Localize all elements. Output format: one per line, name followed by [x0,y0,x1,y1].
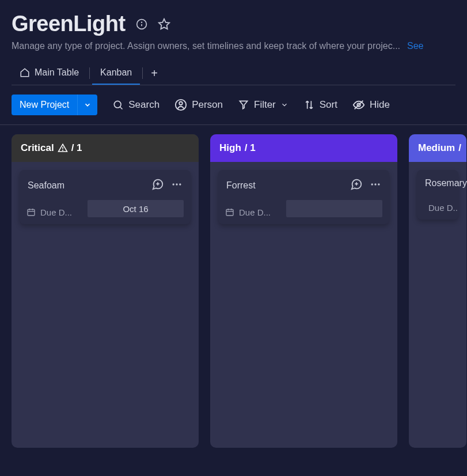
card-menu-icon[interactable] [370,179,381,192]
tab-main-table[interactable]: Main Table [12,62,87,85]
svg-point-4 [115,101,122,108]
see-more-link[interactable]: See [407,41,423,51]
column-count: / 1 [245,142,256,154]
column-count: / [458,142,461,154]
add-update-icon[interactable] [151,178,164,193]
kanban-board: Critical / 1 Seafoam [0,125,467,465]
kanban-card[interactable]: Rosemary Due D... [417,170,458,220]
due-date-value[interactable]: Oct 16 [88,200,184,217]
sort-tool[interactable]: Sort [303,99,337,111]
svg-point-7 [179,102,183,105]
card-title: Forrest [226,180,256,191]
svg-point-24 [374,183,376,185]
calendar-icon [225,207,234,217]
kanban-column-critical: Critical / 1 Seafoam [12,134,199,448]
board-subtitle: Manage any type of project. Assign owner… [12,41,400,51]
svg-point-16 [179,183,181,185]
new-item-button[interactable]: New Project [12,95,77,115]
card-title: Rosemary [425,178,467,188]
svg-point-2 [141,22,142,22]
tab-label: Kanban [100,67,132,78]
filter-tool[interactable]: Filter [238,99,288,111]
tab-kanban[interactable]: Kanban [92,62,140,85]
kanban-card[interactable]: Forrest Due D... [218,170,389,224]
toolbar: New Project Search Person Filter Sort Hi… [0,85,467,125]
svg-point-25 [378,183,379,185]
add-view-button[interactable]: + [145,64,164,82]
star-icon[interactable] [158,18,170,31]
hide-label: Hide [370,99,390,111]
svg-point-15 [176,183,177,185]
svg-point-11 [62,150,63,150]
due-date-value[interactable] [286,200,382,217]
svg-marker-3 [159,18,169,28]
svg-point-14 [173,183,174,185]
hide-tool[interactable]: Hide [352,99,390,111]
add-update-icon[interactable] [350,178,363,193]
search-tool[interactable]: Search [112,99,160,111]
column-header[interactable]: High / 1 [210,134,397,162]
search-label: Search [128,99,160,111]
new-item-split-button: New Project [12,95,97,115]
filter-icon [238,99,249,111]
person-icon [174,99,187,111]
view-tabs: Main Table Kanban + [12,62,455,85]
svg-rect-17 [28,209,35,216]
column-header[interactable]: Medium / [409,134,466,162]
tab-divider [89,67,90,79]
due-date-label: Due D... [218,200,286,224]
due-date-label: Due D... [417,195,458,220]
board-title: GreenLight [12,12,126,36]
search-icon [112,99,124,111]
svg-rect-26 [226,209,233,216]
column-header[interactable]: Critical / 1 [12,134,199,162]
new-item-dropdown[interactable] [77,95,97,115]
column-name: Medium [418,142,455,154]
card-menu-icon[interactable] [171,179,183,192]
due-date-label: Due D... [20,200,88,224]
kanban-column-high: High / 1 Forrest [210,134,397,448]
column-name: High [219,142,241,154]
hide-icon [352,99,365,111]
person-tool[interactable]: Person [174,99,223,111]
info-icon[interactable] [136,18,147,30]
kanban-card[interactable]: Seafoam Due D... Oct [20,170,191,224]
warning-icon [58,143,68,153]
column-count: / 1 [71,142,82,154]
chevron-down-icon [280,101,288,109]
calendar-icon [26,207,36,217]
filter-label: Filter [254,99,276,111]
person-label: Person [192,99,223,111]
column-name: Critical [21,142,54,154]
sort-icon [303,99,315,111]
svg-line-5 [120,107,123,109]
kanban-column-medium: Medium / Rosemary Due D... [409,134,466,448]
svg-point-23 [371,183,373,185]
tab-divider [142,67,143,79]
tab-label: Main Table [35,67,79,78]
card-title: Seafoam [28,180,64,191]
sort-label: Sort [320,99,337,111]
